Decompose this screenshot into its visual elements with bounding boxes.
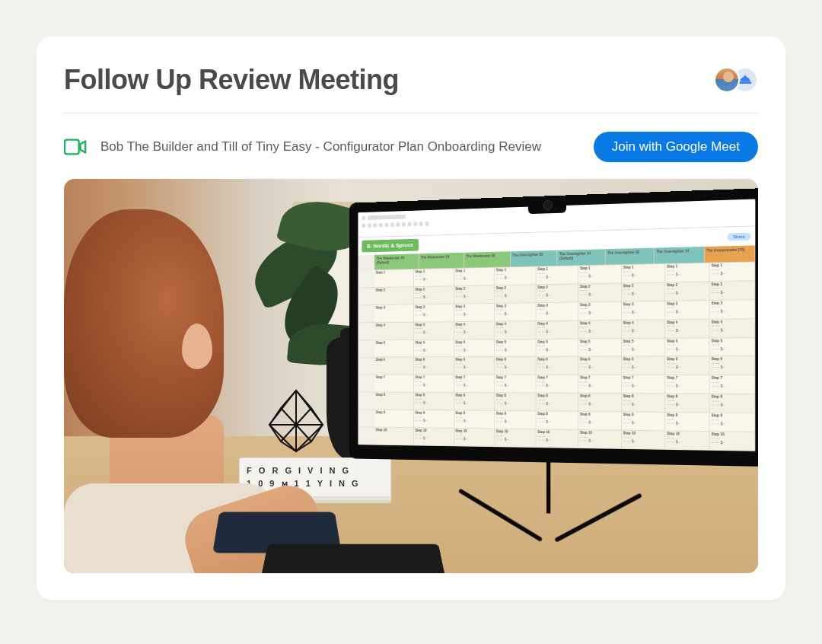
webcam — [527, 195, 566, 214]
svg-rect-2 — [65, 140, 79, 155]
hard-hat-icon — [738, 72, 753, 88]
meeting-left: Bob The Builder and Till of Tiny Easy - … — [64, 139, 541, 155]
col-header: The Weekender 20 (Default) — [374, 253, 419, 270]
col-header: The Overnighter 20 — [510, 250, 557, 267]
col-header: The Homesteader (40) — [704, 245, 755, 263]
col-header: The Weekender 24 — [419, 253, 464, 269]
keyboard — [262, 544, 444, 573]
avatar-user[interactable] — [714, 67, 740, 93]
svg-rect-0 — [739, 82, 752, 84]
col-header: The Overnighter 30 — [605, 248, 654, 266]
monitor-bezel: B. Nordic & Spruce Share The Weekender 2… — [349, 188, 758, 467]
video-icon — [64, 139, 87, 155]
active-cell-value: B. Nordic & Spruce — [362, 239, 418, 253]
svg-rect-1 — [744, 75, 746, 78]
meeting-description: Bob The Builder and Till of Tiny Easy - … — [100, 139, 541, 155]
page-title: Follow Up Review Meeting — [64, 64, 399, 96]
col-header: The Weekender 30 — [464, 251, 511, 268]
col-header: The Overnighter 34 — [655, 247, 705, 264]
meeting-card: Follow Up Review Meeting Bob The Builder… — [37, 37, 785, 600]
meeting-photo: F O R G I V I N G 1 0 9 ᴍ 1 1 Y I N G — [64, 179, 758, 573]
attendee-avatars — [722, 67, 758, 93]
monitor: B. Nordic & Spruce Share The Weekender 2… — [349, 188, 758, 550]
geometric-sculpture — [254, 387, 338, 455]
share-button: Share — [728, 232, 751, 241]
col-header: The Overnighter 24 (Default) — [557, 249, 605, 266]
monitor-stand — [448, 454, 653, 547]
sheet-body: Step 1Step 1··· ······· ···· $···Step 1·… — [358, 262, 755, 451]
spreadsheet-screen: B. Nordic & Spruce Share The Weekender 2… — [358, 199, 755, 451]
join-meet-button[interactable]: Join with Google Meet — [594, 132, 758, 162]
card-header: Follow Up Review Meeting — [64, 64, 758, 113]
meeting-info-row: Bob The Builder and Till of Tiny Easy - … — [64, 113, 758, 179]
